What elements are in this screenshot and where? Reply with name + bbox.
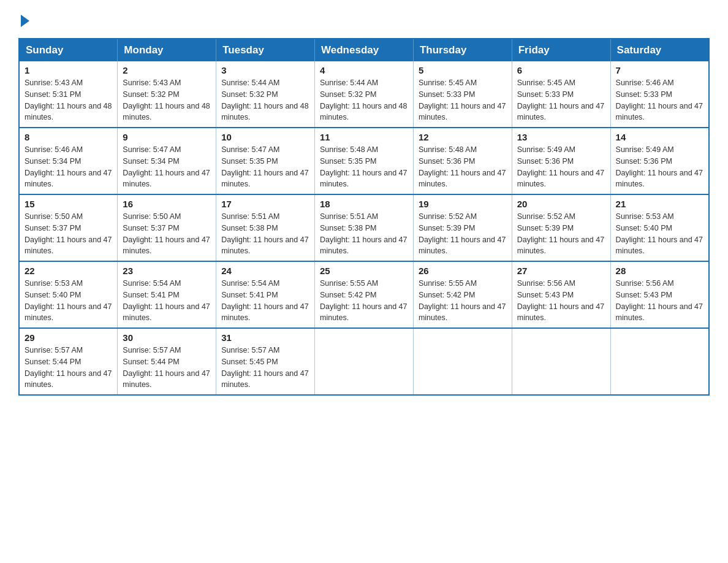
calendar-cell: 20 Sunrise: 5:52 AMSunset: 5:39 PMDaylig… — [512, 194, 610, 261]
day-info: Sunrise: 5:53 AMSunset: 5:40 PMDaylight:… — [616, 212, 703, 255]
day-info: Sunrise: 5:51 AMSunset: 5:38 PMDaylight:… — [221, 212, 308, 255]
day-number: 21 — [616, 199, 703, 209]
day-number: 29 — [25, 332, 112, 343]
day-info: Sunrise: 5:53 AMSunset: 5:40 PMDaylight:… — [25, 279, 112, 322]
page-header — [18, 12, 710, 27]
day-number: 30 — [123, 332, 211, 343]
calendar-cell: 11 Sunrise: 5:48 AMSunset: 5:35 PMDaylig… — [315, 128, 414, 194]
weekday-header-monday: Monday — [118, 39, 216, 61]
calendar-cell: 30 Sunrise: 5:57 AMSunset: 5:44 PMDaylig… — [118, 328, 216, 395]
calendar-cell: 7 Sunrise: 5:46 AMSunset: 5:33 PMDayligh… — [610, 61, 709, 128]
calendar-cell: 15 Sunrise: 5:50 AMSunset: 5:37 PMDaylig… — [19, 194, 118, 261]
day-number: 8 — [25, 132, 112, 142]
day-info: Sunrise: 5:50 AMSunset: 5:37 PMDaylight:… — [123, 212, 210, 255]
day-info: Sunrise: 5:43 AMSunset: 5:32 PMDaylight:… — [123, 79, 210, 121]
logo-arrow-icon — [21, 15, 29, 27]
calendar-cell: 4 Sunrise: 5:44 AMSunset: 5:32 PMDayligh… — [315, 61, 414, 128]
calendar-cell: 26 Sunrise: 5:55 AMSunset: 5:42 PMDaylig… — [413, 261, 512, 328]
day-number: 16 — [123, 199, 211, 209]
calendar-week-row: 8 Sunrise: 5:46 AMSunset: 5:34 PMDayligh… — [19, 128, 709, 194]
calendar-cell — [610, 328, 709, 395]
day-info: Sunrise: 5:55 AMSunset: 5:42 PMDaylight:… — [320, 279, 407, 322]
calendar-cell: 1 Sunrise: 5:43 AMSunset: 5:31 PMDayligh… — [19, 61, 118, 128]
weekday-header-wednesday: Wednesday — [315, 39, 414, 61]
day-number: 2 — [123, 65, 211, 75]
calendar-cell: 25 Sunrise: 5:55 AMSunset: 5:42 PMDaylig… — [315, 261, 414, 328]
day-number: 20 — [517, 199, 605, 209]
calendar-cell: 16 Sunrise: 5:50 AMSunset: 5:37 PMDaylig… — [118, 194, 216, 261]
calendar-cell: 24 Sunrise: 5:54 AMSunset: 5:41 PMDaylig… — [216, 261, 315, 328]
calendar-week-row: 15 Sunrise: 5:50 AMSunset: 5:37 PMDaylig… — [19, 194, 709, 261]
calendar-table: SundayMondayTuesdayWednesdayThursdayFrid… — [18, 38, 710, 396]
day-number: 7 — [616, 65, 703, 75]
day-info: Sunrise: 5:47 AMSunset: 5:35 PMDaylight:… — [221, 145, 308, 188]
calendar-cell: 31 Sunrise: 5:57 AMSunset: 5:45 PMDaylig… — [216, 328, 315, 395]
day-info: Sunrise: 5:57 AMSunset: 5:44 PMDaylight:… — [25, 346, 112, 389]
day-number: 24 — [221, 266, 309, 276]
calendar-cell: 22 Sunrise: 5:53 AMSunset: 5:40 PMDaylig… — [19, 261, 118, 328]
day-number: 3 — [221, 65, 309, 75]
calendar-cell: 5 Sunrise: 5:45 AMSunset: 5:33 PMDayligh… — [413, 61, 512, 128]
day-number: 27 — [517, 266, 605, 276]
day-number: 31 — [221, 332, 309, 343]
day-number: 28 — [616, 266, 703, 276]
day-info: Sunrise: 5:54 AMSunset: 5:41 PMDaylight:… — [123, 279, 210, 322]
day-number: 23 — [123, 266, 211, 276]
day-number: 6 — [517, 65, 605, 75]
weekday-header-thursday: Thursday — [413, 39, 512, 61]
day-info: Sunrise: 5:49 AMSunset: 5:36 PMDaylight:… — [517, 145, 604, 188]
day-info: Sunrise: 5:56 AMSunset: 5:43 PMDaylight:… — [616, 279, 703, 322]
day-info: Sunrise: 5:44 AMSunset: 5:32 PMDaylight:… — [221, 79, 308, 121]
weekday-header-row: SundayMondayTuesdayWednesdayThursdayFrid… — [19, 39, 709, 61]
calendar-cell — [315, 328, 414, 395]
day-info: Sunrise: 5:52 AMSunset: 5:39 PMDaylight:… — [517, 212, 604, 255]
calendar-cell: 8 Sunrise: 5:46 AMSunset: 5:34 PMDayligh… — [19, 128, 118, 194]
day-number: 18 — [320, 199, 408, 209]
day-info: Sunrise: 5:57 AMSunset: 5:45 PMDaylight:… — [221, 346, 308, 389]
weekday-header-tuesday: Tuesday — [216, 39, 315, 61]
calendar-cell: 3 Sunrise: 5:44 AMSunset: 5:32 PMDayligh… — [216, 61, 315, 128]
calendar-cell: 6 Sunrise: 5:45 AMSunset: 5:33 PMDayligh… — [512, 61, 610, 128]
day-info: Sunrise: 5:46 AMSunset: 5:33 PMDaylight:… — [616, 79, 703, 121]
day-number: 10 — [221, 132, 309, 142]
day-info: Sunrise: 5:52 AMSunset: 5:39 PMDaylight:… — [419, 212, 506, 255]
calendar-cell: 14 Sunrise: 5:49 AMSunset: 5:36 PMDaylig… — [610, 128, 709, 194]
calendar-cell: 10 Sunrise: 5:47 AMSunset: 5:35 PMDaylig… — [216, 128, 315, 194]
day-info: Sunrise: 5:57 AMSunset: 5:44 PMDaylight:… — [123, 346, 210, 389]
day-info: Sunrise: 5:45 AMSunset: 5:33 PMDaylight:… — [419, 79, 506, 121]
calendar-cell: 21 Sunrise: 5:53 AMSunset: 5:40 PMDaylig… — [610, 194, 709, 261]
calendar-week-row: 29 Sunrise: 5:57 AMSunset: 5:44 PMDaylig… — [19, 328, 709, 395]
calendar-cell: 18 Sunrise: 5:51 AMSunset: 5:38 PMDaylig… — [315, 194, 414, 261]
weekday-header-friday: Friday — [512, 39, 610, 61]
day-number: 22 — [25, 266, 112, 276]
calendar-week-row: 22 Sunrise: 5:53 AMSunset: 5:40 PMDaylig… — [19, 261, 709, 328]
calendar-cell: 23 Sunrise: 5:54 AMSunset: 5:41 PMDaylig… — [118, 261, 216, 328]
calendar-cell: 28 Sunrise: 5:56 AMSunset: 5:43 PMDaylig… — [610, 261, 709, 328]
weekday-header-sunday: Sunday — [19, 39, 118, 61]
day-info: Sunrise: 5:47 AMSunset: 5:34 PMDaylight:… — [123, 145, 210, 188]
day-number: 1 — [25, 65, 112, 75]
day-number: 11 — [320, 132, 408, 142]
day-info: Sunrise: 5:45 AMSunset: 5:33 PMDaylight:… — [517, 79, 604, 121]
day-info: Sunrise: 5:56 AMSunset: 5:43 PMDaylight:… — [517, 279, 604, 322]
calendar-cell: 29 Sunrise: 5:57 AMSunset: 5:44 PMDaylig… — [19, 328, 118, 395]
day-number: 12 — [419, 132, 507, 142]
day-number: 26 — [419, 266, 507, 276]
day-info: Sunrise: 5:48 AMSunset: 5:36 PMDaylight:… — [419, 145, 506, 188]
day-number: 13 — [517, 132, 605, 142]
calendar-cell: 2 Sunrise: 5:43 AMSunset: 5:32 PMDayligh… — [118, 61, 216, 128]
calendar-cell: 17 Sunrise: 5:51 AMSunset: 5:38 PMDaylig… — [216, 194, 315, 261]
calendar-cell: 27 Sunrise: 5:56 AMSunset: 5:43 PMDaylig… — [512, 261, 610, 328]
day-number: 19 — [419, 199, 507, 209]
calendar-cell: 12 Sunrise: 5:48 AMSunset: 5:36 PMDaylig… — [413, 128, 512, 194]
calendar-cell: 19 Sunrise: 5:52 AMSunset: 5:39 PMDaylig… — [413, 194, 512, 261]
day-number: 14 — [616, 132, 703, 142]
day-info: Sunrise: 5:55 AMSunset: 5:42 PMDaylight:… — [419, 279, 506, 322]
day-number: 25 — [320, 266, 408, 276]
day-number: 9 — [123, 132, 211, 142]
day-info: Sunrise: 5:43 AMSunset: 5:31 PMDaylight:… — [25, 79, 112, 121]
logo — [18, 12, 29, 27]
day-info: Sunrise: 5:49 AMSunset: 5:36 PMDaylight:… — [616, 145, 703, 188]
day-info: Sunrise: 5:46 AMSunset: 5:34 PMDaylight:… — [25, 145, 112, 188]
day-info: Sunrise: 5:54 AMSunset: 5:41 PMDaylight:… — [221, 279, 308, 322]
